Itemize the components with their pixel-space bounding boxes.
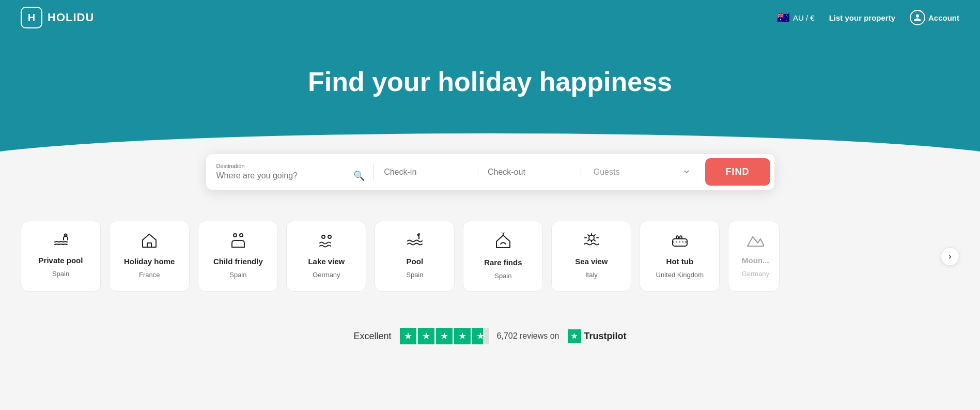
stars-row: ★ ★ ★ ★ ★ [400,328,489,344]
category-name-6: Sea view [575,257,608,266]
guests-field: Guests 1 2 3 4 5+ [581,164,701,180]
category-name-0: Private pool [39,256,83,265]
category-card-8[interactable]: Moun... Germany [728,221,780,292]
category-name-1: Holiday home [124,257,175,266]
checkin-field [374,164,477,180]
category-location-1: France [139,271,160,279]
category-name-5: Rare finds [484,258,522,267]
search-icon: 🔍 [353,170,365,181]
category-icon-4 [406,233,424,252]
category-icon-2 [229,233,247,252]
category-location-8: Germany [742,270,769,278]
svg-point-1 [234,234,237,237]
svg-point-2 [240,234,243,237]
hero-title: Find your holiday happiness [21,66,959,97]
logo-icon: H [21,7,42,28]
categories-wrapper: Private pool Spain Holiday home France C… [21,221,959,292]
search-bar: Destination 🔍 Guests 1 2 3 4 5+ FIND [206,154,774,190]
star-4: ★ [454,328,471,344]
category-icon-5 [494,233,512,253]
trustpilot-rating-label: Excellent [353,331,391,342]
category-card-7[interactable]: Hot tub United Kingdom [640,221,720,292]
checkout-input[interactable] [488,168,570,177]
destination-input[interactable] [216,171,350,180]
trustpilot-brand: Trustpilot [584,331,627,342]
svg-point-4 [328,235,331,238]
category-location-7: United Kingdom [656,271,704,279]
scroll-right-button[interactable]: › [941,247,959,266]
category-icon-0 [52,233,70,251]
account-icon [910,10,925,25]
category-location-5: Spain [494,272,511,280]
category-location-2: Spain [229,271,246,279]
category-icon-8 [746,233,764,251]
category-name-3: Lake view [308,257,345,266]
category-card-2[interactable]: Child friendly Spain [198,221,278,292]
svg-rect-7 [673,239,687,246]
categories-section: Private pool Spain Holiday home France C… [0,190,980,312]
checkout-field [477,164,581,180]
category-card-1[interactable]: Holiday home France [109,221,190,292]
header: H HOLIDU 🇦🇺 AU / € List your property Ac… [0,0,980,35]
guests-select[interactable]: Guests 1 2 3 4 5+ [592,167,691,177]
star-1: ★ [400,328,416,344]
category-location-0: Spain [52,270,69,278]
category-name-7: Hot tub [666,257,693,266]
flag-icon: 🇦🇺 [777,11,790,24]
account-button[interactable]: Account [910,10,959,25]
svg-point-5 [418,233,420,235]
category-name-4: Pool [407,257,424,266]
category-icon-1 [141,233,158,252]
locale-selector[interactable]: 🇦🇺 AU / € [777,11,815,24]
category-name-8: Moun... [742,256,769,265]
category-card-4[interactable]: Pool Spain [375,221,455,292]
logo-area[interactable]: H HOLIDU [21,7,94,28]
category-icon-7 [671,233,689,252]
category-card-3[interactable]: Lake view Germany [286,221,366,292]
header-right: 🇦🇺 AU / € List your property Account [777,10,959,25]
category-icon-3 [317,233,336,252]
reviews-text: 6,702 reviews on [497,331,559,341]
search-container: Destination 🔍 Guests 1 2 3 4 5+ FIND [0,154,980,190]
locale-text: AU / € [793,13,815,22]
category-card-5[interactable]: Rare finds Spain [463,221,543,292]
star-5-half: ★ [472,328,489,344]
trustpilot-logo[interactable]: ★ Trustpilot [568,329,627,343]
trustpilot-star-icon: ★ [568,329,581,343]
checkin-input[interactable] [384,168,466,177]
logo-text: HOLIDU [48,11,94,24]
destination-label: Destination [216,163,365,169]
category-location-4: Spain [406,271,423,279]
star-3: ★ [436,328,453,344]
find-button[interactable]: FIND [705,158,770,186]
category-location-6: Italy [585,271,598,279]
trustpilot-section: Excellent ★ ★ ★ ★ ★ 6,702 reviews on ★ T… [0,312,980,370]
category-icon-6 [582,233,601,252]
category-card-6[interactable]: Sea view Italy [551,221,631,292]
category-card-0[interactable]: Private pool Spain [21,221,101,292]
hero-section: Find your holiday happiness [0,35,980,170]
list-property-link[interactable]: List your property [829,13,895,22]
svg-point-3 [322,235,325,238]
category-name-2: Child friendly [213,257,263,266]
category-location-3: Germany [313,271,340,279]
svg-point-6 [589,235,594,240]
destination-field: Destination 🔍 [216,163,374,181]
categories-scroll: Private pool Spain Holiday home France C… [21,221,937,292]
account-label: Account [928,13,959,22]
star-2: ★ [418,328,434,344]
